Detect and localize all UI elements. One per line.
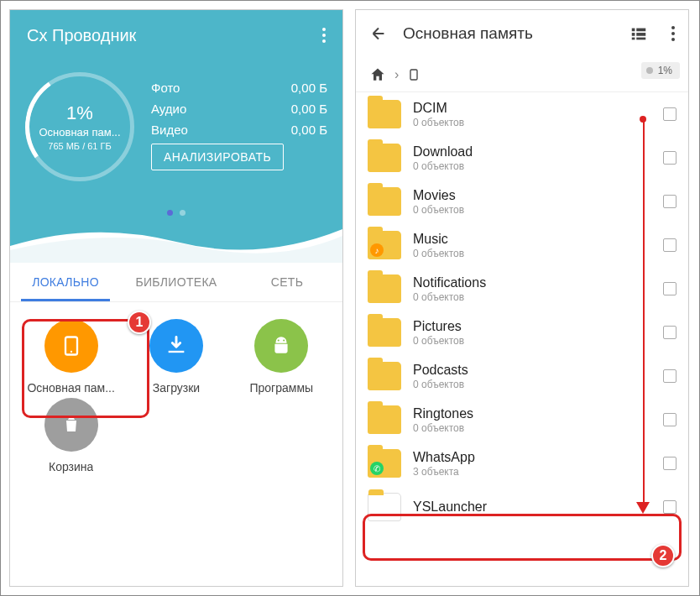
folder-sub: 0 объектов (413, 335, 651, 347)
folder-row-whatsapp[interactable]: ✆WhatsApp3 объекта (356, 442, 688, 485)
folder-row[interactable]: Pictures0 объектов (356, 311, 688, 354)
local-item-label: Загрузки (153, 381, 200, 395)
folder-row[interactable]: DCIM0 объектов (356, 92, 688, 136)
menu-icon[interactable]: .rtop .dots::before,.rtop .dots::after{b… (671, 32, 675, 35)
stat-label: Фото (151, 81, 180, 95)
folder-name: YSLauncher (413, 499, 651, 515)
folder-icon (368, 144, 401, 172)
folder-sub: 0 объектов (413, 379, 651, 390)
stat-label: Аудио (151, 102, 186, 116)
folder-name: Movies (413, 188, 651, 203)
storage-gauge[interactable]: 1% Основная пам... 765 МБ / 61 ГБ (25, 72, 134, 181)
badge-1: 1 (128, 311, 151, 334)
local-item-label: Программы (249, 381, 313, 395)
checkbox[interactable] (663, 326, 676, 339)
tab-network[interactable]: СЕТЬ (232, 262, 342, 301)
checkbox[interactable] (663, 413, 676, 426)
folder-row[interactable]: Notifications0 объектов (356, 267, 688, 311)
folder-icon (368, 362, 401, 390)
tab-bar: ЛОКАЛЬНО БИБЛИОТЕКА СЕТЬ (10, 262, 342, 302)
local-item-label: Корзина (49, 460, 93, 473)
folder-icon (368, 493, 401, 521)
local-item-storage[interactable]: Основная пам... (18, 319, 123, 395)
page-indicator (167, 210, 185, 216)
folder-name: Ringtones (413, 406, 651, 421)
usage-pill: 1% (641, 62, 680, 79)
download-icon (149, 319, 203, 373)
folder-icon (368, 187, 401, 216)
folder-row[interactable]: Podcasts0 объектов (356, 354, 688, 398)
svg-rect-6 (632, 33, 635, 36)
phone-left: Cx Проводник 1% Основная пам... 765 МБ /… (9, 9, 343, 587)
android-icon (254, 319, 308, 373)
badge-2: 2 (651, 544, 675, 567)
folder-name: Music (413, 232, 651, 247)
folder-row[interactable]: YSLauncher (356, 485, 688, 529)
app-bar-right: Основная память .rtop .dots::before,.rto… (356, 10, 688, 57)
tab-library[interactable]: БИБЛИОТЕКА (121, 262, 232, 301)
svg-point-2 (278, 339, 279, 341)
svg-rect-8 (632, 38, 635, 40)
svg-rect-10 (410, 70, 417, 80)
folder-name: Download (413, 144, 651, 159)
checkbox[interactable] (663, 500, 676, 514)
checkbox[interactable] (663, 282, 676, 295)
back-icon[interactable] (369, 24, 388, 43)
local-grid: Основная пам... Загрузки Программы Корзи… (10, 302, 342, 490)
app-title: Cx Проводник (27, 26, 136, 45)
folder-sub: 0 объектов (413, 160, 651, 172)
trash-icon (44, 398, 98, 452)
media-stats: Фото0,00 Б Аудио0,00 Б Видео0,00 Б АНАЛИ… (151, 72, 327, 181)
device-icon[interactable] (407, 66, 421, 83)
folder-sub: 3 объекта (413, 466, 651, 478)
checkbox[interactable] (663, 369, 676, 383)
folder-name: Notifications (413, 275, 651, 290)
folder-sub: 0 объектов (413, 422, 651, 434)
phone-right: Основная память .rtop .dots::before,.rto… (355, 9, 689, 587)
folder-icon (368, 274, 401, 303)
svg-rect-4 (632, 29, 635, 32)
folder-row[interactable]: Ringtones0 объектов (356, 398, 688, 442)
analyze-button[interactable]: АНАЛИЗИРОВАТЬ (151, 144, 284, 170)
view-list-icon[interactable] (629, 24, 648, 43)
folder-row[interactable]: ♪Music0 объектов (356, 223, 688, 267)
svg-rect-9 (636, 38, 645, 40)
folder-icon (368, 405, 401, 434)
folder-icon: ✆ (368, 449, 401, 478)
phone-icon (44, 319, 98, 373)
app-bar: Cx Проводник (10, 10, 342, 60)
checkbox[interactable] (663, 238, 676, 252)
home-icon[interactable] (369, 66, 386, 83)
svg-rect-5 (636, 29, 645, 32)
svg-point-3 (283, 339, 285, 341)
breadcrumb: › 1% (356, 57, 688, 92)
folder-name: DCIM (413, 101, 651, 116)
menu-icon[interactable] (322, 34, 326, 37)
local-item-trash[interactable]: Корзина (18, 398, 123, 473)
folder-row[interactable]: Download0 объектов (356, 136, 688, 180)
chevron-icon: › (394, 67, 399, 82)
stat-value: 0,00 Б (291, 81, 327, 95)
folder-name: Podcasts (413, 363, 651, 378)
checkbox[interactable] (663, 151, 676, 165)
local-item-programs[interactable]: Программы (229, 319, 334, 395)
gauge-size: 765 МБ / 61 ГБ (48, 141, 111, 151)
folder-sub: 0 объектов (413, 291, 651, 303)
folder-icon (368, 318, 401, 347)
folder-row[interactable]: Movies0 объектов (356, 180, 688, 223)
folder-sub: 0 объектов (413, 117, 651, 128)
screen-title: Основная память (403, 24, 614, 43)
checkbox[interactable] (663, 457, 676, 470)
folder-sub: 0 объектов (413, 204, 651, 216)
folder-sub: 0 объектов (413, 248, 651, 259)
folder-list[interactable]: DCIM0 объектов Download0 объектов Movies… (356, 92, 688, 529)
folder-name: WhatsApp (413, 450, 651, 465)
stat-value: 0,00 Б (291, 123, 327, 137)
folder-name: Pictures (413, 319, 651, 334)
checkbox[interactable] (663, 195, 676, 208)
checkbox[interactable] (663, 107, 676, 121)
stat-label: Видео (151, 123, 188, 137)
folder-icon (368, 100, 401, 128)
stat-value: 0,00 Б (291, 102, 327, 116)
tab-local[interactable]: ЛОКАЛЬНО (10, 262, 121, 301)
